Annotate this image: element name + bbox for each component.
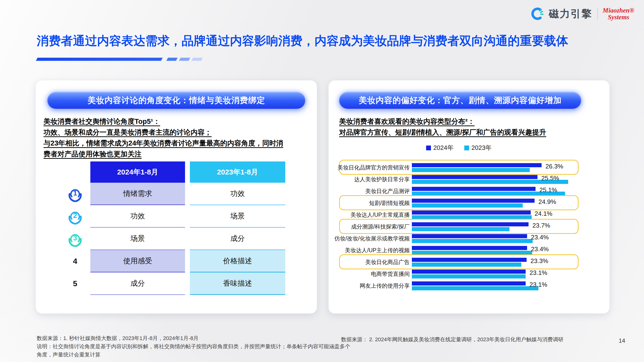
bar-2023 <box>412 168 530 172</box>
table-row: 3 场景 成分 <box>60 228 286 250</box>
bar-2023 <box>412 227 510 231</box>
chart-bars: 26.3% <box>412 163 542 172</box>
title-underline-square <box>179 58 190 61</box>
magnetic-engine-logo-icon <box>530 7 544 20</box>
table-row: 1 情绪需求 功效 <box>60 183 286 205</box>
rank-cell: 3 <box>60 228 90 250</box>
column-header-2023: 2023年1-8月 <box>190 161 285 183</box>
chart-bars: 25.5% <box>412 175 568 184</box>
rank-number: 4 <box>73 257 77 266</box>
miaozhen-logo-line1: Miaozhen® <box>603 7 634 14</box>
chart-category-label: 美妆达人/UP主上传的视频 <box>339 245 410 256</box>
right-panel: 美妆内容的偏好变化：官方、剧情、溯源内容偏好增加 美妆消费者喜欢观看的美妆内容类… <box>328 80 610 314</box>
chart-category-label: 美妆日化品牌官方的营销宣传 <box>339 162 410 174</box>
svg-text:3: 3 <box>73 234 77 242</box>
page-number: 14 <box>619 337 625 344</box>
chart-bars: 23.4% <box>412 246 532 255</box>
bar-chart: 美妆日化品牌官方的营销宣传 26.3% 达人美妆护肤日常分享 25.5% 美妆日… <box>339 162 578 292</box>
chart-bars: 24.1% <box>412 210 532 219</box>
title-underline-square <box>192 58 203 61</box>
chart-category-label: 短剧/剧情短视频 <box>339 197 410 209</box>
bar-value-label: 23.1% <box>530 269 548 277</box>
bar-2023 <box>412 274 526 279</box>
chart-category-label: 电商带货直播间 <box>339 268 410 280</box>
cell-2023: 功效 <box>190 183 285 205</box>
bar-value-label: 24.1% <box>534 210 552 217</box>
svg-text:2: 2 <box>73 211 77 219</box>
header-logos: 磁力引擎 Miaozhen® Systems <box>530 5 634 22</box>
rank-header-spacer <box>60 161 90 183</box>
chart-row: 美妆日化产品测评 25.1% <box>339 185 578 197</box>
rank-laurel-badge-icon: 1 <box>67 186 84 202</box>
bar-2024 <box>412 222 528 226</box>
table-row: 5 成分 香味描述 <box>60 273 286 295</box>
chart-row: 美妆日化商品广告 23.3% <box>339 256 578 268</box>
bar-value-label: 23.1% <box>530 281 548 288</box>
cell-2024: 情绪需求 <box>90 183 185 205</box>
bar-2024 <box>412 210 531 215</box>
chart-category-label: 仿妆/改妆/化妆展示或教学视频 <box>339 233 410 245</box>
cell-2023: 场景 <box>190 205 285 228</box>
bar-value-label: 23.4% <box>531 234 549 241</box>
table-header-row: 2024年1-8月 2023年1-8月 <box>60 161 286 183</box>
miaozhen-logo: Miaozhen® Systems <box>603 7 634 20</box>
left-footnote: 数据来源：1. 秒针社媒舆情大数据，2023年1月-8月，2024年1月-8月说… <box>37 334 351 359</box>
svg-text:1: 1 <box>73 189 77 197</box>
chart-row: 短剧/剧情短视频 24.9% <box>339 197 578 209</box>
right-panel-banner: 美妆内容的偏好变化：官方、剧情、溯源内容偏好增加 <box>339 92 581 109</box>
cell-2023: 成分 <box>190 228 285 250</box>
miaozhen-logo-line2: Systems <box>608 14 629 20</box>
magnetic-engine-logo-text: 磁力引擎 <box>549 7 592 20</box>
bar-2024 <box>412 163 542 167</box>
left-panel-description: 美妆消费者社交舆情讨论角度Top5¹：功效、场景和成分一直是美妆消费者主流的讨论… <box>44 116 312 160</box>
bar-2023 <box>412 203 523 208</box>
bar-value-label: 23.7% <box>532 222 550 229</box>
bar-2024 <box>412 270 526 274</box>
column-header-2024: 2024年1-8月 <box>90 161 185 183</box>
chart-row: 美妆达人/UP主常规直播 24.1% <box>339 209 578 221</box>
chart-category-label: 美妆日化商品广告 <box>339 256 410 268</box>
legend-swatch <box>426 145 431 150</box>
chart-row: 电商带货直播间 23.1% <box>339 268 578 280</box>
rank-cell: 1 <box>60 183 90 205</box>
bar-2024 <box>412 187 536 191</box>
chart-row: 美妆日化品牌官方的营销宣传 26.3% <box>339 162 578 174</box>
chart-bars: 23.4% <box>412 234 533 243</box>
cell-2023: 价格描述 <box>190 250 285 273</box>
chart-row: 美妆达人/UP主上传的视频 23.4% <box>339 245 578 256</box>
right-footnote: 数据来源： 2. 2024年网民触媒及美妆消费在线定量调研，2023年美妆日化用… <box>341 336 616 344</box>
left-panel: 美妆内容讨论的角度变化：情绪与美妆消费绑定 美妆消费者社交舆情讨论角度Top5¹… <box>36 80 317 314</box>
rank-laurel-badge-icon: 3 <box>67 231 84 247</box>
right-panel-description: 美妆消费者喜欢观看的美妆内容类型分布²：对品牌官方宣传、短剧/剧情植入、溯源/探… <box>339 116 602 138</box>
slide: 磁力引擎 Miaozhen® Systems 消费者通过内容表达需求，品牌通过内… <box>0 0 644 362</box>
rank-laurel-badge-icon: 2 <box>67 208 84 225</box>
title-underline-bar <box>36 58 163 61</box>
chart-row: 仿妆/改妆/化妆展示或教学视频 23.4% <box>339 233 578 245</box>
bar-2023 <box>412 263 521 267</box>
rank-cell: 4 <box>60 250 90 273</box>
page-title: 消费者通过内容表达需求，品牌通过内容影响消费，内容成为美妆品牌与消费者双向沟通的… <box>37 33 626 49</box>
left-panel-banner: 美妆内容讨论的角度变化：情绪与美妆消费绑定 <box>47 92 305 109</box>
table-row: 2 功效 场景 <box>60 205 286 228</box>
cell-2024: 成分 <box>90 273 185 295</box>
bar-2024 <box>412 281 526 286</box>
legend-item: 2023年 <box>464 144 492 152</box>
chart-row: 成分溯源/科技探索/探厂 23.7% <box>339 221 578 233</box>
logo-divider <box>597 8 598 19</box>
bar-2024 <box>412 199 534 203</box>
bar-value-label: 25.1% <box>540 186 557 194</box>
rank-number: 5 <box>73 279 77 288</box>
table-row: 4 使用感受 价格描述 <box>60 250 286 273</box>
rank-cell: 2 <box>60 205 90 228</box>
rank-cell: 5 <box>60 273 90 295</box>
chart-legend: 2024年 2023年 <box>339 144 578 152</box>
ranking-table: 2024年1-8月 2023年1-8月 1 情绪需求 功效 2 功效 场景 3 … <box>60 161 286 295</box>
bar-2023 <box>412 215 532 219</box>
chart-row: 网友上传的使用分享 23.1% <box>339 280 578 292</box>
bar-2024 <box>412 246 527 250</box>
chart-bars: 24.9% <box>412 199 534 208</box>
bar-2024 <box>412 234 527 238</box>
bar-value-label: 26.3% <box>546 163 563 170</box>
chart-category-label: 美妆达人/UP主常规直播 <box>339 209 410 221</box>
bar-value-label: 23.3% <box>530 257 548 265</box>
